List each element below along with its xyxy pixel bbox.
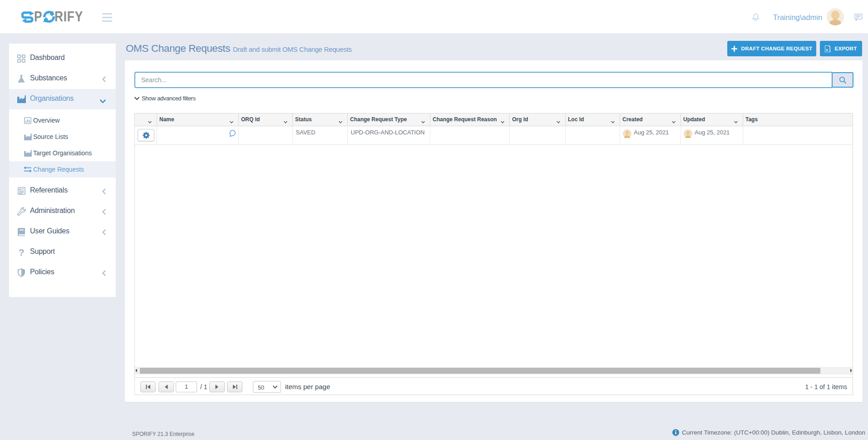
svg-text:x: x (826, 47, 829, 51)
svg-text:RIFY: RIFY (54, 10, 83, 25)
svg-text:P: P (34, 10, 42, 25)
